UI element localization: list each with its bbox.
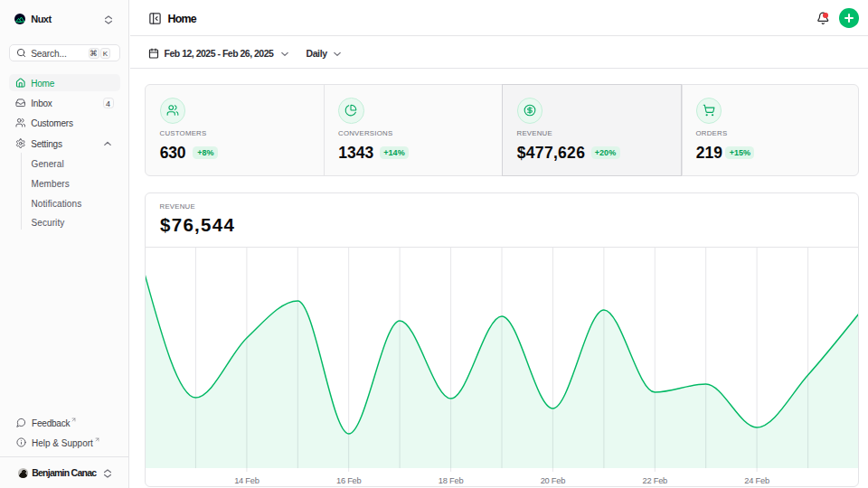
svg-text:18 Feb: 18 Feb bbox=[439, 476, 464, 485]
svg-text:20 Feb: 20 Feb bbox=[541, 476, 566, 485]
svg-text:24 Feb: 24 Feb bbox=[744, 476, 769, 485]
svg-text:16 Feb: 16 Feb bbox=[336, 476, 362, 485]
svg-text:14 Feb: 14 Feb bbox=[234, 476, 259, 485]
svg-text:22 Feb: 22 Feb bbox=[643, 476, 668, 485]
